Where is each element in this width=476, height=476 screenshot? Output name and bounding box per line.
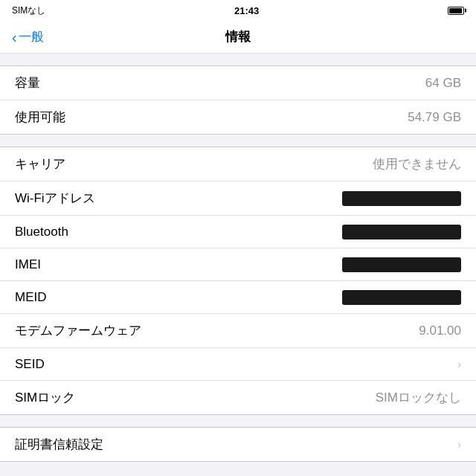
sim-lock-value: SIMロックなし — [376, 389, 461, 406]
time-display: 21:43 — [234, 5, 259, 16]
bluetooth-label: Bluetooth — [15, 225, 68, 239]
storage-section: 容量 64 GB 使用可能 54.79 GB — [0, 65, 476, 135]
imei-label: IMEI — [15, 257, 41, 272]
bluetooth-value — [342, 225, 461, 239]
meid-value — [342, 290, 461, 305]
available-value: 54.79 GB — [408, 110, 461, 125]
modem-firmware-label: モデムファームウェア — [15, 322, 141, 339]
battery-icon — [448, 7, 464, 15]
back-label: 一般 — [19, 28, 44, 45]
seid-label: SEID — [15, 357, 45, 372]
seid-row[interactable]: SEID › — [0, 348, 476, 381]
table-row: キャリア 使用できません — [0, 147, 476, 181]
back-chevron-icon: ‹ — [12, 30, 17, 45]
wifi-address-label: Wi-Fiアドレス — [15, 190, 95, 207]
carrier-signal: SIMなし — [12, 4, 45, 17]
table-row: 容量 64 GB — [0, 66, 476, 100]
meid-label: MEID — [15, 290, 47, 305]
table-row: IMEI — [0, 248, 476, 281]
imei-value — [342, 257, 461, 272]
table-row: SIMロック SIMロックなし — [0, 381, 476, 414]
capacity-value: 64 GB — [425, 76, 461, 91]
table-row: MEID — [0, 281, 476, 314]
status-bar: SIMなし 21:43 — [0, 0, 476, 21]
chevron-icon: › — [457, 438, 461, 451]
table-row: Bluetooth — [0, 216, 476, 248]
content-area: 容量 64 GB 使用可能 54.79 GB キャリア 使用できません Wi-F… — [0, 54, 476, 476]
table-row: Wi-Fiアドレス — [0, 181, 476, 216]
table-row: モデムファームウェア 9.01.00 — [0, 314, 476, 348]
table-row: 使用可能 54.79 GB — [0, 100, 476, 134]
carrier-value: 使用できません — [373, 155, 461, 173]
wifi-address-value — [342, 191, 461, 206]
certificate-trust-label: 証明書信頼設定 — [15, 436, 103, 453]
network-section: キャリア 使用できません Wi-Fiアドレス Bluetooth IMEI ME… — [0, 147, 476, 415]
certificate-trust-row[interactable]: 証明書信頼設定 › — [0, 428, 476, 461]
page-title: 情報 — [225, 28, 251, 45]
available-label: 使用可能 — [15, 109, 65, 126]
back-button[interactable]: ‹ 一般 — [12, 28, 44, 45]
nav-bar: ‹ 一般 情報 — [0, 21, 476, 54]
modem-firmware-value: 9.01.00 — [419, 324, 461, 338]
sim-lock-label: SIMロック — [15, 389, 75, 406]
certificate-section: 証明書信頼設定 › — [0, 427, 476, 462]
chevron-icon: › — [457, 358, 461, 371]
carrier-label: キャリア — [15, 155, 65, 173]
capacity-label: 容量 — [15, 74, 40, 91]
status-right-icons — [448, 7, 464, 15]
